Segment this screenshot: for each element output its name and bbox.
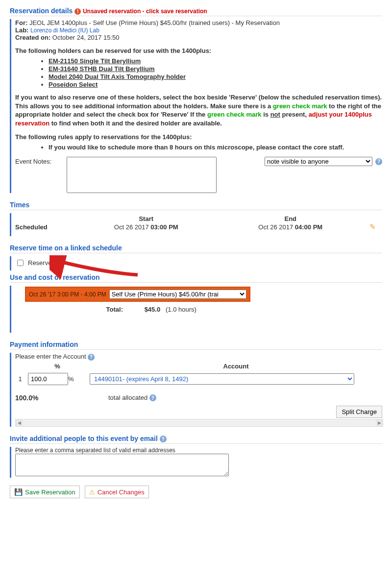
cancel-changes-button[interactable]: ⚠ Cancel Changes bbox=[85, 486, 149, 498]
holder-item[interactable]: EM-31640 STHB Dual Tilt Beryllium bbox=[49, 65, 382, 73]
cost-rate-select[interactable]: Self Use (Prime Hours) $45.00/hr (trai bbox=[109, 290, 246, 299]
invite-instructions: Please enter a comma separated list of v… bbox=[15, 447, 382, 454]
times-body: Start End Scheduled Oct 26 2017 03:00 PM… bbox=[10, 213, 382, 236]
total-value: $45.0 bbox=[145, 306, 161, 313]
start-date: Oct 26 2017 bbox=[114, 223, 150, 231]
payment-title: Payment information bbox=[10, 341, 382, 348]
reserve-label: Reserve bbox=[28, 259, 51, 267]
save-reservation-button[interactable]: 💾 Save Reservation bbox=[10, 486, 80, 498]
linked-schedule-body: Reserve bbox=[10, 256, 382, 270]
start-head: Start bbox=[74, 215, 219, 222]
help-icon[interactable]: ? bbox=[375, 158, 382, 165]
total-hours: (1.0 hours) bbox=[166, 306, 196, 313]
invite-title: Invite additional people to this event b… bbox=[10, 435, 382, 443]
end-time: 04:00 PM bbox=[295, 223, 322, 231]
cost-time-range: Oct 26 '17 3:00 PM - 4:00 PM bbox=[29, 291, 106, 298]
rules-intro: The following rules apply to reservation… bbox=[15, 133, 382, 141]
unsaved-warning: Unsaved reservation - click save reserva… bbox=[83, 8, 207, 15]
linked-schedule-title: Reserve time on a linked schedule bbox=[10, 244, 382, 252]
disk-icon: 💾 bbox=[14, 488, 23, 496]
for-value: JEOL JEM 1400plus - Self Use (Prime Hour… bbox=[27, 19, 280, 26]
account-head: Account bbox=[90, 363, 382, 370]
rule-item: If you would like to schedule more than … bbox=[49, 144, 382, 151]
holder-item[interactable]: Poseidon Select bbox=[49, 81, 382, 88]
pct-input[interactable] bbox=[28, 373, 68, 385]
payment-body: Please enter the Account ? % Account 1 %… bbox=[10, 353, 382, 427]
created-value: October 24, 2017 15:50 bbox=[50, 34, 119, 41]
for-label: For: bbox=[15, 19, 27, 26]
holders-list: EM-21150 Single Tilt Beryllium EM-31640 … bbox=[29, 57, 382, 88]
pct-head: % bbox=[28, 363, 87, 370]
note-visibility-select[interactable]: note visible to anyone bbox=[265, 157, 372, 166]
pct-suffix: % bbox=[68, 375, 74, 383]
times-title: Times bbox=[10, 201, 382, 209]
cost-time-bar: Oct 26 '17 3:00 PM - 4:00 PM Self Use (P… bbox=[25, 287, 250, 302]
event-notes-label: Event Notes: bbox=[15, 157, 62, 165]
warning-icon: ⚠ bbox=[89, 488, 95, 496]
scheduled-label: Scheduled bbox=[15, 223, 74, 231]
split-charge-button[interactable]: Split Charge bbox=[336, 406, 382, 418]
reserve-checkbox[interactable] bbox=[17, 260, 24, 266]
start-time: 03:00 PM bbox=[150, 223, 178, 231]
help-icon[interactable]: ? bbox=[149, 394, 156, 401]
horizontal-scrollbar[interactable] bbox=[15, 419, 383, 427]
end-date: Oct 26 2017 bbox=[258, 223, 294, 231]
account-select[interactable]: 14490101- (expires April 8, 1492) bbox=[90, 373, 354, 385]
total-label: Total: bbox=[74, 306, 123, 313]
lab-label: Lab: bbox=[15, 26, 28, 34]
end-head: End bbox=[219, 215, 363, 222]
alert-icon: ! bbox=[74, 8, 81, 15]
holder-item[interactable]: EM-21150 Single Tilt Beryllium bbox=[49, 57, 382, 65]
holder-item[interactable]: Model 2040 Dual Tilt Axis Tomography hol… bbox=[49, 73, 382, 80]
help-icon[interactable]: ? bbox=[88, 354, 95, 361]
holders-intro: The following holders can be reserved fo… bbox=[15, 47, 382, 54]
row-index: 1 bbox=[15, 375, 25, 383]
event-notes-textarea[interactable] bbox=[67, 157, 217, 193]
allocated-label: total allocated bbox=[108, 394, 147, 401]
invite-emails-textarea[interactable] bbox=[15, 454, 229, 476]
allocated-pct: 100.0% bbox=[15, 394, 79, 402]
cost-title: Use and cost of reservation bbox=[10, 273, 382, 281]
cost-body: Oct 26 '17 3:00 PM - 4:00 PM Self Use (P… bbox=[10, 286, 382, 333]
help-icon[interactable]: ? bbox=[160, 436, 167, 442]
instructions-text: If you want to also reserve one of these… bbox=[15, 93, 382, 127]
enter-account-label: Please enter the Account bbox=[15, 353, 86, 360]
invite-body: Please enter a comma separated list of v… bbox=[10, 447, 382, 478]
reservation-details-body: For: JEOL JEM 1400plus - Self Use (Prime… bbox=[10, 19, 382, 193]
lab-link[interactable]: Lorenzo di Medici (IU) Lab bbox=[30, 27, 99, 34]
reservation-details-title: Reservation details ! Unsaved reservatio… bbox=[10, 7, 382, 15]
created-label: Created on: bbox=[15, 34, 50, 41]
edit-times-icon[interactable]: ✎ bbox=[363, 222, 382, 231]
